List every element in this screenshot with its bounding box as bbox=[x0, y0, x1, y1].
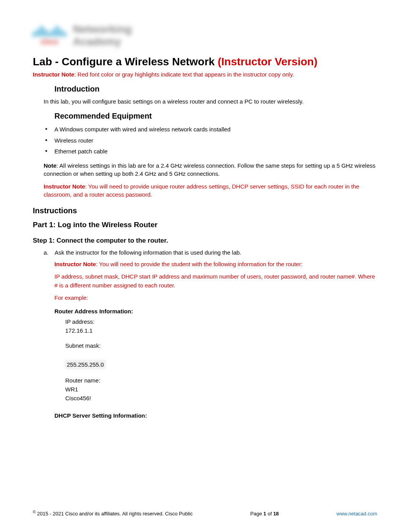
instructor-note-label: Instructor Note bbox=[33, 71, 75, 78]
instructions-heading: Instructions bbox=[33, 206, 377, 215]
step1-instructor-detail: IP address, subnet mask, DHCP start IP a… bbox=[54, 272, 377, 290]
footer-page-prefix: Page bbox=[250, 511, 263, 517]
introduction-text: In this lab, you will configure basic se… bbox=[44, 98, 377, 105]
router-name-label: Router name: bbox=[65, 377, 377, 384]
footer-page-current: 1 bbox=[263, 511, 266, 517]
equipment-item: Wireless router bbox=[44, 136, 377, 145]
footer-page-total: 18 bbox=[273, 511, 279, 517]
footer-copyright-text: 2015 - 2021 Cisco and/or its affiliates.… bbox=[36, 511, 193, 517]
step1-item-a: a. Ask the instructor for the following … bbox=[44, 249, 377, 256]
logo-line2: Academy bbox=[73, 36, 132, 48]
ip-address-label: IP address: bbox=[65, 318, 377, 325]
equipment-item: Ethernet patch cable bbox=[44, 147, 377, 156]
instructor-note-2-text: : You will need to provide unique router… bbox=[44, 183, 359, 198]
footer-page: Page 1 of 18 bbox=[250, 511, 279, 517]
step1-instructor-note: Instructor Note: You will need to provid… bbox=[54, 260, 377, 269]
cisco-logo: cisco bbox=[33, 25, 66, 46]
footer-copyright: © 2015 - 2021 Cisco and/or its affiliate… bbox=[33, 510, 193, 517]
cisco-bars-icon bbox=[33, 25, 66, 37]
instructor-note-text: : Red font color or gray highlights indi… bbox=[75, 71, 294, 78]
footer-link[interactable]: www.netacad.com bbox=[337, 511, 378, 517]
ip-address-value: 172.16.1.1 bbox=[65, 327, 377, 334]
introduction-heading: Introduction bbox=[54, 85, 377, 93]
equipment-list: A Windows computer with wired and wirele… bbox=[44, 125, 377, 156]
instructor-note-2-label: Instructor Note bbox=[44, 183, 85, 190]
step1-heading: Step 1: Connect the computer to the rout… bbox=[33, 237, 377, 245]
equipment-item: A Windows computer with wired and wirele… bbox=[44, 125, 377, 134]
step-marker: a. bbox=[44, 249, 53, 256]
page-title: Lab - Configure a Wireless Network (Inst… bbox=[33, 56, 377, 68]
note-block: Note: All wireless settings in this lab … bbox=[44, 161, 377, 178]
logo-text: Networking Academy bbox=[73, 23, 132, 48]
note-label: Note bbox=[44, 162, 56, 169]
page-footer: © 2015 - 2021 Cisco and/or its affiliate… bbox=[33, 510, 377, 517]
logo-line1: Networking bbox=[73, 23, 132, 36]
instructor-note-2: Instructor Note: You will need to provid… bbox=[44, 182, 377, 199]
note-text: : All wireless settings in this lab are … bbox=[44, 162, 376, 177]
router-name-value: WR1 bbox=[65, 386, 377, 393]
router-address-heading: Router Address Information: bbox=[54, 308, 377, 314]
dhcp-heading: DHCP Server Setting Information: bbox=[54, 412, 377, 419]
step1-instructor-label: Instructor Note bbox=[54, 261, 96, 267]
cisco-brand-text: cisco bbox=[41, 38, 58, 46]
equipment-heading: Recommended Equipment bbox=[54, 112, 377, 121]
title-version: (Instructor Version) bbox=[218, 56, 317, 68]
step1-for-example: For example: bbox=[54, 294, 377, 303]
step-content: Ask the instructor for the following inf… bbox=[54, 249, 376, 256]
logo-area: cisco Networking Academy bbox=[33, 23, 377, 48]
part1-heading: Part 1: Log into the Wireless Router bbox=[33, 221, 377, 229]
step1-instructor-text: : You will need to provide the student w… bbox=[96, 261, 303, 267]
instructor-note-top: Instructor Note: Red font color or gray … bbox=[33, 71, 377, 78]
subnet-mask-label: Subnet mask: bbox=[65, 342, 377, 349]
router-password-value: Cisco456! bbox=[65, 395, 377, 401]
title-main: Lab - Configure a Wireless Network bbox=[33, 56, 218, 68]
footer-page-of: of bbox=[266, 511, 273, 517]
subnet-mask-value: 255.255.255.0 bbox=[65, 360, 105, 369]
